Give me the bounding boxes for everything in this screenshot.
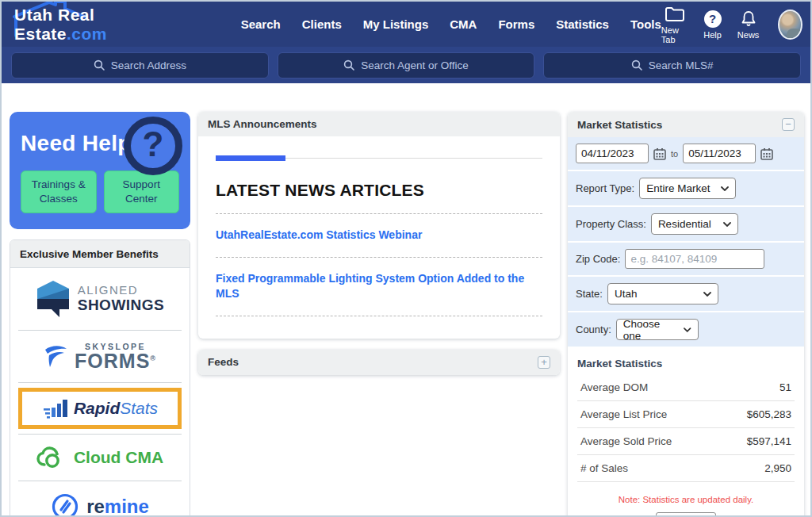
report-type-row: Report Type: Entire Market [568, 171, 804, 207]
report-type-select[interactable]: Entire Market [639, 178, 736, 199]
rapidstats-wordmark: RapidStats [74, 399, 158, 418]
question-mark-badge: ? [124, 117, 182, 175]
state-label: State: [576, 288, 603, 300]
calendar-icon[interactable] [760, 147, 773, 160]
site-logo[interactable]: Utah Real Estate.com [11, 6, 168, 44]
zip-code-input[interactable] [625, 249, 764, 269]
member-benefits-card: Exclusive Member Benefits ALIGNED SHOWIN… [10, 239, 190, 517]
need-help-card: ? Need Help Trainings & Classes Support … [10, 112, 190, 229]
county-select[interactable]: Choose one [616, 319, 699, 340]
member-benefits-header: Exclusive Member Benefits [10, 240, 190, 268]
remine-icon [51, 492, 79, 517]
nav-item-my-listings[interactable]: My Listings [363, 17, 429, 31]
left-sidebar: ? Need Help Trainings & Classes Support … [10, 112, 190, 517]
aligned-showings-link[interactable]: ALIGNED SHOWINGS [10, 268, 190, 330]
date-from-input[interactable] [576, 144, 649, 163]
help-button[interactable]: ? Help [703, 10, 722, 40]
article-link-lighting-system[interactable]: Fixed Programmable Lighting System Optio… [216, 271, 542, 302]
calendar-icon[interactable] [653, 147, 666, 160]
nav-item-statistics[interactable]: Statistics [556, 17, 609, 31]
aligned-showings-wordmark: ALIGNED SHOWINGS [78, 284, 165, 315]
collapse-icon[interactable]: − [782, 118, 795, 131]
stats-results-section: Market Statistics Average DOM 51 Average… [568, 347, 804, 517]
search-agent-office-input[interactable]: Search Agent or Office [278, 52, 535, 79]
remine-wordmark: remine [86, 496, 149, 517]
search-address-input[interactable]: Search Address [11, 52, 269, 79]
skyslope-forms-wordmark: SKYSLOPE FORMS® [75, 342, 156, 371]
cloud-cma-icon [36, 446, 67, 469]
zip-code-label: Zip Code: [576, 253, 620, 265]
stats-subtitle: Market Statistics [577, 354, 795, 374]
dashed-divider [216, 257, 542, 258]
county-row: County: Choose one [568, 312, 804, 347]
quick-search-bar: Search Address Search Agent or Office Se… [2, 47, 810, 83]
cloud-cma-link[interactable]: Cloud CMA [10, 435, 190, 481]
new-tab-label: New Tab [661, 25, 688, 44]
help-label: Help [703, 30, 722, 40]
main-nav: Search Clients My Listings CMA Forms Sta… [241, 17, 661, 31]
state-select[interactable]: Utah [607, 283, 718, 304]
nav-item-tools[interactable]: Tools [630, 17, 661, 31]
dashed-divider [216, 213, 542, 214]
news-label: News [737, 30, 760, 40]
date-range-row: to [568, 137, 804, 171]
county-label: County: [576, 324, 611, 335]
app-window: Utah Real Estate.com Search Clients My L… [0, 0, 812, 517]
folder-icon [665, 5, 685, 24]
nav-item-forms[interactable]: Forms [498, 17, 534, 31]
expand-icon[interactable]: + [538, 356, 550, 369]
news-button[interactable]: News [737, 10, 760, 40]
mls-announcements-panel: MLS Announcements LATEST NEWS ARTICLES U… [198, 112, 560, 339]
mls-announcements-body: LATEST NEWS ARTICLES UtahRealEstate.com … [198, 136, 560, 339]
mls-announcements-title: MLS Announcements [208, 118, 317, 130]
refresh-button[interactable]: Refresh [656, 512, 715, 517]
stat-row-number-of-sales: # of Sales 2,950 [577, 455, 795, 482]
market-statistics-header: Market Statistics − [568, 112, 804, 137]
nav-item-cma[interactable]: CMA [450, 17, 477, 31]
skyslope-forms-icon [44, 343, 67, 370]
stats-note: Note: Statistics are updated daily. [577, 495, 795, 504]
cloud-cma-wordmark: Cloud CMA [74, 448, 163, 467]
state-row: State: Utah [568, 277, 804, 312]
user-avatar[interactable] [778, 10, 802, 40]
support-center-button[interactable]: Support Center [104, 170, 180, 213]
mls-announcements-header: MLS Announcements [198, 112, 560, 136]
zip-code-row: Zip Code: [568, 243, 804, 277]
to-label: to [671, 149, 678, 159]
chevron-down-icon [703, 292, 711, 297]
stat-row-average-dom: Average DOM 51 [577, 374, 795, 401]
property-class-row: Property Class: Residential [568, 207, 804, 243]
rapidstats-icon [42, 398, 69, 419]
property-class-label: Property Class: [576, 218, 646, 230]
logo-dotcom: .com [67, 25, 107, 43]
nav-item-search[interactable]: Search [241, 17, 281, 31]
remine-link[interactable]: remine [10, 481, 190, 517]
feeds-header: Feeds + [198, 350, 560, 375]
search-icon [631, 59, 642, 71]
search-mls-input[interactable]: Search MLS# [543, 52, 801, 79]
search-agent-placeholder: Search Agent or Office [361, 59, 469, 71]
center-column: MLS Announcements LATEST NEWS ARTICLES U… [198, 112, 560, 517]
report-type-label: Report Type: [576, 182, 634, 194]
article-link-statistics-webinar[interactable]: UtahRealEstate.com Statistics Webinar [216, 228, 542, 243]
right-column: Market Statistics − to Report Type: [568, 112, 804, 517]
new-tab-button[interactable]: New Tab [661, 5, 688, 44]
chevron-down-icon [723, 222, 731, 227]
stat-row-average-list-price: Average List Price $605,283 [577, 401, 795, 428]
nav-item-clients[interactable]: Clients [302, 17, 342, 31]
rapidstats-link-highlighted[interactable]: RapidStats [18, 388, 182, 429]
main-content: ? Need Help Trainings & Classes Support … [2, 83, 810, 517]
market-statistics-panel: Market Statistics − to Report Type: [568, 112, 804, 517]
chevron-down-icon [721, 186, 729, 191]
property-class-select[interactable]: Residential [651, 213, 738, 235]
search-icon [343, 59, 354, 71]
search-address-placeholder: Search Address [111, 59, 186, 71]
nav-actions: New Tab ? Help News [661, 5, 802, 44]
bell-icon [740, 10, 757, 29]
chevron-down-icon [684, 327, 691, 332]
dashed-divider [216, 316, 542, 316]
latest-news-heading: LATEST NEWS ARTICLES [216, 181, 542, 200]
skyslope-forms-link[interactable]: SKYSLOPE FORMS® [10, 331, 190, 382]
date-to-input[interactable] [683, 144, 756, 163]
trainings-classes-button[interactable]: Trainings & Classes [21, 170, 97, 213]
